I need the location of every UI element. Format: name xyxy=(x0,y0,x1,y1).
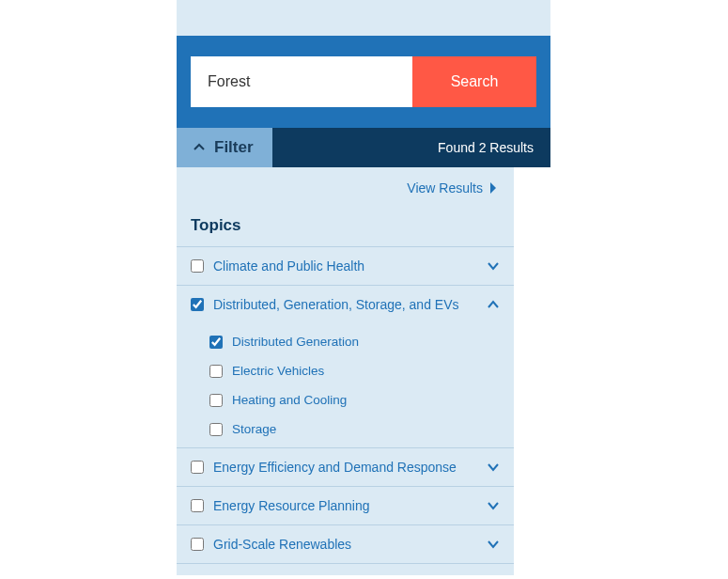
topic-label: Energy Resource Planning xyxy=(213,498,477,513)
search-container: Search Filter Found 2 Results xyxy=(177,36,550,167)
subtopic-checkbox[interactable] xyxy=(209,336,223,349)
topic-grid-scale-renewables[interactable]: Grid-Scale Renewables xyxy=(177,525,514,564)
topic-checkbox[interactable] xyxy=(191,461,204,474)
chevron-up-icon xyxy=(194,142,205,153)
view-results-label: View Results xyxy=(407,180,483,196)
chevron-up-icon[interactable] xyxy=(487,298,500,311)
topic-climate-public-health[interactable]: Climate and Public Health xyxy=(177,247,514,286)
chevron-down-icon[interactable] xyxy=(487,538,500,551)
subtopic-distributed-generation[interactable]: Distributed Generation xyxy=(177,327,514,356)
topic-distributed-generation-storage-evs[interactable]: Distributed, Generation, Storage, and EV… xyxy=(177,286,514,323)
subtopic-label: Heating and Cooling xyxy=(232,393,347,407)
chevron-right-icon xyxy=(488,181,498,195)
subtopic-label: Electric Vehicles xyxy=(232,364,324,378)
subtopic-checkbox[interactable] xyxy=(209,394,223,407)
search-button[interactable]: Search xyxy=(412,56,536,107)
subtopic-electric-vehicles[interactable]: Electric Vehicles xyxy=(177,356,514,385)
topic-label: Grid-Scale Renewables xyxy=(213,537,477,552)
subtopic-label: Storage xyxy=(232,422,276,436)
topic-label: Climate and Public Health xyxy=(213,258,477,274)
search-input[interactable] xyxy=(191,56,412,107)
subtopic-label: Distributed Generation xyxy=(232,335,359,349)
subtopic-storage[interactable]: Storage xyxy=(177,415,514,444)
view-results-link[interactable]: View Results xyxy=(407,180,498,196)
topic-label: Distributed, Generation, Storage, and EV… xyxy=(213,297,477,312)
banner-spacer xyxy=(177,0,550,36)
subtopic-heating-cooling[interactable]: Heating and Cooling xyxy=(177,385,514,415)
search-area: Search xyxy=(177,36,550,128)
search-row: Search xyxy=(191,56,536,107)
topic-subgroup: Distributed Generation Electric Vehicles… xyxy=(177,323,514,448)
filter-toggle[interactable]: Filter xyxy=(177,128,272,167)
filter-panel: View Results Topics Climate and Public H… xyxy=(177,167,514,575)
topic-checkbox[interactable] xyxy=(191,538,204,551)
chevron-down-icon[interactable] xyxy=(487,499,500,512)
topic-energy-efficiency-demand-response[interactable]: Energy Efficiency and Demand Response xyxy=(177,448,514,487)
chevron-down-icon[interactable] xyxy=(487,461,500,474)
topic-checkbox[interactable] xyxy=(191,259,204,273)
filter-bar: Filter Found 2 Results xyxy=(177,128,550,167)
topic-checkbox[interactable] xyxy=(191,499,204,512)
subtopic-checkbox[interactable] xyxy=(209,423,223,436)
view-results-row: View Results xyxy=(177,167,514,203)
subtopic-checkbox[interactable] xyxy=(209,365,223,378)
results-count-text: Found 2 Results xyxy=(438,140,534,155)
topic-energy-resource-planning[interactable]: Energy Resource Planning xyxy=(177,487,514,525)
topic-label: Energy Efficiency and Demand Response xyxy=(213,460,477,475)
filter-label: Filter xyxy=(214,138,254,157)
chevron-down-icon[interactable] xyxy=(487,259,500,273)
topics-heading: Topics xyxy=(177,203,514,247)
topic-checkbox[interactable] xyxy=(191,298,204,311)
results-count: Found 2 Results xyxy=(272,128,550,167)
